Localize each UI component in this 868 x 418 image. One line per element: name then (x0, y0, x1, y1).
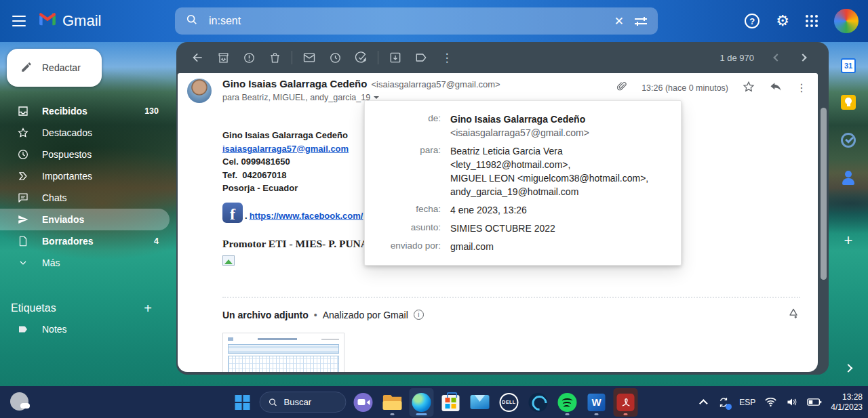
labels-icon[interactable] (408, 45, 434, 70)
gmail-logo: Gmail (38, 12, 101, 30)
create-label-icon[interactable]: + (144, 301, 170, 316)
attachment-doc-header (228, 337, 339, 341)
alexa-app-icon[interactable] (526, 388, 551, 417)
report-spam-icon[interactable] (236, 45, 262, 70)
add-to-drive-icon[interactable] (787, 307, 800, 322)
archive-icon[interactable] (210, 45, 236, 70)
attachment-doc-infoband (228, 344, 339, 354)
search-input[interactable]: in:sent (209, 15, 241, 27)
keep-icon[interactable] (841, 95, 856, 110)
sender-avatar[interactable] (187, 79, 212, 103)
sidebar-item-chats[interactable]: Chats (0, 187, 170, 209)
attachment-doc-grid (228, 356, 339, 372)
mark-unread-icon[interactable] (296, 45, 322, 70)
sidebar-item-pospuestos[interactable]: Pospuestos (0, 144, 170, 165)
sender-email: <isaiasgalarraga57@gmail.com> (371, 79, 500, 89)
attachments-header: Un archivo adjunto • Analizado por Gmail… (222, 307, 800, 322)
help-icon[interactable]: ? (745, 14, 760, 28)
star-icon (16, 127, 30, 139)
dell-app-icon[interactable]: DELL (497, 388, 521, 417)
volume-icon[interactable] (786, 397, 798, 407)
reply-icon[interactable] (769, 80, 783, 96)
taskbar-search[interactable]: Buscar (260, 392, 347, 413)
search-icon[interactable] (186, 14, 198, 28)
taskbar-center: Buscar DELL W (231, 386, 638, 418)
account-avatar[interactable] (834, 9, 859, 33)
mail-toolbar: ⋮ 1 de 970 (176, 42, 829, 73)
fecha-label: fecha: (365, 203, 441, 217)
chevron-down-icon (16, 257, 30, 268)
sidebar-item-importantes[interactable]: Importantes (0, 165, 170, 187)
sidebar-item-notes[interactable]: Notes (0, 318, 170, 340)
email-timestamp: 13:26 (hace 0 minutos) (642, 83, 728, 93)
sidebar-item-recibidos[interactable]: Recibidos 130 (0, 100, 170, 122)
system-tray: ESP 13:28 4/1/2023 (702, 386, 863, 418)
clear-search-icon[interactable]: ✕ (614, 14, 624, 28)
asunto-value: SIMIES OCTUBRE 2022 (450, 222, 681, 235)
microsoft-store-icon[interactable] (439, 388, 463, 417)
gmail-wordmark: Gmail (62, 12, 101, 30)
para-label: para: (365, 144, 441, 198)
file-explorer-icon[interactable] (380, 388, 405, 417)
sidebar-item-label: Importantes (42, 171, 92, 182)
weather-widget-icon[interactable] (10, 392, 28, 411)
search-options-icon[interactable] (635, 18, 647, 24)
main-menu-icon[interactable] (0, 16, 38, 26)
facebook-icon[interactable]: f (222, 203, 243, 223)
sidebar-item-label: Chats (42, 192, 67, 203)
tasks-icon[interactable] (841, 133, 856, 148)
contacts-icon[interactable] (841, 171, 856, 186)
details-grid: de: Gino Isaias Galarraga Cedeño <isaias… (365, 112, 681, 253)
sidebar-item-destacados[interactable]: Destacados (0, 122, 170, 144)
sidebar-item-enviados[interactable]: Enviados (0, 209, 170, 230)
acrobat-icon[interactable] (614, 388, 638, 417)
email-header-meta: 13:26 (hace 0 minutos) ⋮ (616, 80, 807, 96)
get-addons-icon[interactable]: + (844, 232, 853, 249)
wifi-icon[interactable] (764, 397, 777, 407)
more-message-options-icon[interactable]: ⋮ (796, 81, 807, 94)
sidebar-item-label: Recibidos (42, 106, 87, 117)
para-line: Beatriz Leticia Garcia Vera (450, 144, 674, 158)
back-icon[interactable] (184, 45, 210, 70)
sidebar-item-label: Enviados (42, 214, 84, 225)
tray-chevron-up-icon[interactable] (702, 399, 708, 405)
spotify-icon[interactable] (555, 388, 580, 417)
search-bar[interactable]: in:sent ✕ (175, 7, 658, 35)
asunto-label: asunto: (365, 222, 441, 235)
battery-icon[interactable] (807, 398, 822, 406)
topbar-actions: ? ⚙ (745, 9, 868, 33)
delete-icon[interactable] (262, 45, 288, 70)
calendar-icon[interactable]: 31 (841, 58, 856, 73)
move-to-icon[interactable] (382, 45, 408, 70)
start-button[interactable] (231, 388, 255, 417)
sender-row: Gino Isaias Galarraga Cedeño <isaiasgala… (222, 78, 500, 89)
snooze-icon[interactable] (322, 45, 348, 70)
hide-side-panel-icon[interactable] (846, 362, 852, 374)
facebook-link[interactable]: https://www.facebook.com/ (250, 209, 363, 223)
newer-email-icon[interactable] (773, 54, 781, 61)
mail-app-icon[interactable] (468, 388, 492, 417)
signature-email-link[interactable]: isaiasgalarraga57@gmail.com (222, 144, 349, 154)
google-apps-icon[interactable] (806, 15, 818, 27)
scrollbar-thumb[interactable] (821, 108, 827, 280)
toolbar-divider (292, 51, 292, 64)
sidebar-item-mas[interactable]: Más (0, 252, 170, 274)
teams-chat-icon[interactable] (351, 388, 376, 417)
more-options-icon[interactable]: ⋮ (434, 45, 460, 70)
add-to-tasks-icon[interactable] (348, 45, 374, 70)
settings-gear-icon[interactable]: ⚙ (776, 14, 789, 28)
attachment-thumbnail[interactable] (222, 333, 344, 372)
compose-label: Redactar (42, 62, 81, 73)
taskbar-clock[interactable]: 13:28 4/1/2023 (831, 392, 863, 413)
info-icon[interactable]: i (414, 310, 424, 320)
word-icon[interactable]: W (585, 388, 609, 417)
sidebar-item-borradores[interactable]: Borradores 4 (0, 230, 170, 252)
star-toggle-icon[interactable] (742, 80, 755, 96)
recipients-summary[interactable]: para Beatriz, MIGUEL, andy_garcia_19 (222, 93, 379, 102)
edge-browser-icon[interactable] (410, 388, 434, 417)
gmail-sidebar: Redactar Recibidos 130 Destacados Pospue… (0, 42, 176, 386)
update-sync-icon[interactable] (717, 396, 730, 409)
compose-button[interactable]: Redactar (7, 49, 102, 87)
older-email-icon[interactable] (799, 54, 806, 61)
language-indicator[interactable]: ESP (739, 398, 755, 407)
